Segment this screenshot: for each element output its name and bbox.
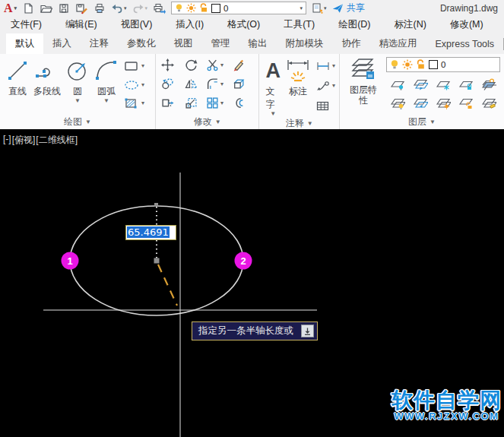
tab-default[interactable]: 默认 [6, 33, 43, 54]
viewport-visual-style-control[interactable]: [二维线框] [36, 134, 78, 147]
linear-dimension-button[interactable]: ▾ [316, 58, 335, 74]
erase-tool-button[interactable] [232, 59, 245, 71]
qat-layer-combo[interactable]: 0 ▾ [171, 2, 306, 14]
fillet-tool-button[interactable]: ▾ [206, 78, 223, 90]
dimension-tool-button[interactable]: 标注 [283, 56, 313, 117]
scale-tool-button[interactable] [185, 97, 198, 109]
leader-button[interactable]: ▾ [316, 78, 335, 94]
watermark: 软件自学网 WWW.RJZXW.COM [391, 389, 502, 422]
chevron-down-icon: ▼ [270, 111, 276, 117]
chevron-down-icon: ▾ [300, 5, 303, 11]
menu-edit[interactable]: 编辑(E) [65, 18, 97, 31]
text-tool-button[interactable]: A 文字 ▼ [263, 56, 283, 117]
polyline-tool-button[interactable]: 多段线 [31, 56, 63, 115]
sun-icon [402, 59, 413, 70]
menu-modify[interactable]: 修改(M) [450, 18, 483, 31]
tab-featured-apps[interactable]: 精选应用 [370, 33, 426, 54]
menu-tools[interactable]: 工具(T) [284, 18, 315, 31]
hatch-tool-button[interactable]: ▾ [124, 95, 144, 112]
dynamic-input-value: 65.4691 [127, 226, 170, 238]
tab-annotate[interactable]: 注释 [81, 33, 118, 54]
arc-tool-button[interactable]: 圆弧 ▼ [92, 56, 121, 115]
layer-thaw-button[interactable] [436, 97, 451, 109]
tab-view[interactable]: 视图 [165, 33, 202, 54]
mirror-tool-button[interactable] [185, 78, 198, 90]
panel-layers-label[interactable]: 图层▼ [340, 115, 504, 129]
panel-draw-label[interactable]: 绘图▼ [0, 115, 155, 129]
layer-unisolate-button[interactable] [413, 97, 428, 109]
bulb-on-icon [175, 3, 183, 13]
rectangle-tool-button[interactable]: ▾ [124, 58, 144, 74]
layer-freeze-button[interactable] [436, 78, 451, 90]
menu-file[interactable]: 文件(F) [11, 18, 42, 31]
panel-modify-label[interactable]: 修改▼ [156, 115, 258, 129]
layer-unlock-button[interactable] [458, 97, 474, 109]
tab-manage[interactable]: 管理 [202, 33, 239, 54]
tab-collaborate[interactable]: 协作 [333, 33, 370, 54]
chevron-down-icon: ▼ [74, 98, 81, 104]
layer-properties-icon [350, 56, 377, 85]
ellipse-tool-button[interactable]: ▾ [124, 77, 144, 93]
move-tool-button[interactable] [161, 59, 174, 71]
point-marker-1: 1 [62, 252, 79, 270]
menu-dimension[interactable]: 标注(N) [395, 18, 426, 31]
save-button[interactable] [58, 2, 70, 14]
grip-top [154, 203, 158, 207]
line-tool-button[interactable]: 直线 [4, 56, 31, 115]
menu-format[interactable]: 格式(O) [227, 18, 260, 31]
trim-tool-button[interactable]: ▾ [206, 59, 223, 71]
explode-tool-button[interactable] [232, 78, 245, 90]
menu-draw[interactable]: 绘图(D) [338, 18, 370, 31]
viewport-menu-control[interactable]: [-] [3, 134, 11, 147]
prompt-text: 指定另一条半轴长度或 [198, 325, 293, 337]
layer-lock-button[interactable] [458, 78, 474, 90]
print-button[interactable] [94, 2, 106, 14]
menu-insert[interactable]: 插入(I) [176, 18, 204, 31]
drawing-canvas[interactable]: 1 2 [-] [俯视] [二维线框] 65.4691 指定另一条半轴长度或 软… [0, 129, 504, 437]
grip-center [154, 258, 160, 264]
tab-output[interactable]: 输出 [239, 33, 277, 54]
panel-annotate-label[interactable]: 注释▼ [259, 117, 339, 130]
layer-off-button[interactable] [390, 78, 405, 90]
chevron-down-icon: ▾ [220, 81, 223, 87]
layer-on-button[interactable] [390, 97, 405, 109]
app-logo[interactable]: A▾ [4, 2, 17, 15]
circle-tool-button[interactable]: 圆 ▼ [63, 56, 92, 115]
table-button[interactable] [316, 97, 335, 114]
save-as-button[interactable] [75, 2, 88, 14]
new-file-button[interactable] [22, 2, 34, 14]
match-properties-button[interactable]: ▾ [312, 2, 327, 14]
line-icon [6, 56, 29, 85]
tab-insert[interactable]: 插入 [43, 33, 81, 54]
viewport-view-control[interactable]: [俯视] [12, 134, 36, 147]
tab-express-tools[interactable]: Express Tools [426, 33, 504, 54]
menu-view[interactable]: 视图(V) [121, 18, 153, 31]
layer-make-current-button[interactable] [481, 78, 496, 90]
copy-tool-button[interactable] [161, 78, 174, 90]
chevron-down-icon: ▾ [220, 62, 223, 68]
polyline-icon [34, 56, 60, 85]
layer-isolate-button[interactable] [413, 78, 428, 90]
ribbon-layer-combo[interactable]: 0 [386, 57, 500, 72]
rotate-tool-button[interactable] [185, 59, 198, 71]
undo-button[interactable]: ▾ [111, 3, 127, 14]
batch-plot-button[interactable] [153, 2, 166, 14]
bulb-on-icon [390, 59, 399, 70]
chevron-down-icon: ▼ [307, 121, 313, 127]
tab-parametric[interactable]: 参数化 [118, 33, 165, 54]
tab-addins[interactable]: 附加模块 [277, 33, 333, 54]
share-button[interactable]: 共享 [332, 2, 365, 14]
leader-icon [316, 81, 330, 91]
offset-tool-button[interactable] [232, 97, 245, 109]
chevron-down-icon: ▼ [215, 119, 221, 125]
menu-bar: 文件(F) 编辑(E) 视图(V) 插入(I) 格式(O) 工具(T) 绘图(D… [0, 16, 504, 33]
unlock-icon [199, 3, 208, 13]
array-tool-button[interactable]: ▾ [206, 97, 223, 109]
redo-button[interactable]: ▾ [132, 3, 148, 14]
chevron-down-icon: ▾ [332, 63, 335, 69]
stretch-tool-button[interactable] [161, 97, 174, 109]
dynamic-input-field[interactable]: 65.4691 [125, 225, 176, 240]
open-button[interactable] [40, 2, 52, 14]
layer-match-button[interactable] [481, 97, 496, 109]
layer-properties-button[interactable]: 图层特性 [344, 56, 383, 115]
